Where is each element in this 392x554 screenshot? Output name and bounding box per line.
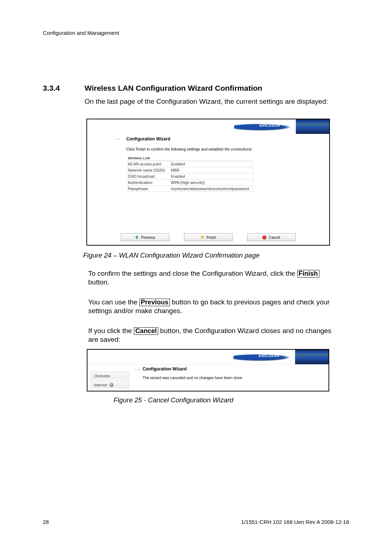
wizard-canceled-message: The wizard was canceled and no changes h… [143,376,243,380]
table-header: Wireless LAN [126,155,253,161]
figure-banner: ERICSSON [87,119,329,134]
table-row: Network name (SSID):MBR [126,167,253,173]
wizard-title: Configuration Wizard [126,136,170,141]
finish-button-label: Finish [207,235,216,239]
page-header: Configuration and Management [43,30,119,36]
paragraph-intro: On the last page of the Configuration Wi… [85,97,336,106]
banner-decor [296,119,329,134]
table-row: WLAN access point:Enabled [126,161,253,167]
text-run: You can use the [88,298,139,306]
figure-content: ···› Configuration Wizard Click Finish t… [87,134,329,245]
brand-text: ERICSSON [259,354,279,358]
figure-25-caption: Figure 25 - Cancel Configuration Wizard [114,396,233,404]
paragraph-finish: To confirm the settings and close the Co… [88,269,336,287]
figure-content: ···› Configuration Wizard The wizard was… [87,364,328,391]
table-row: Passphrase:myverysecretpasswordmyverysec… [126,186,253,192]
cancel-key: Cancel [134,327,158,335]
paragraph-cancel: If you click the Cancel button, the Conf… [88,327,336,344]
previous-button-label: Previous [141,235,155,239]
figure-24-wizard-confirmation: ERICSSON ···› Configuration Wizard Click… [86,119,330,246]
previous-button[interactable]: Previous [121,233,170,241]
wlan-settings-table: Wireless LAN WLAN access point:Enabled N… [126,155,253,192]
row-value: myverysecretpasswordmyverysecretpassword [170,186,253,192]
sidebar-tab-internet[interactable]: Internet [91,381,129,389]
breadcrumb-arrow-icon: ···› [114,137,121,141]
row-label: Passphrase: [126,186,170,192]
row-value: Enabled [170,161,253,167]
wizard-title: Configuration Wizard [143,366,187,372]
breadcrumb-arrow-icon: ···› [134,367,140,372]
table-row: Authentication:WPA (High security) [126,180,253,186]
row-value: Enabled [170,173,253,180]
figure-24-caption: Figure 24 – WLAN Configuration Wizard Co… [83,251,260,259]
page-number: 28 [43,519,49,525]
row-label: SSID broadcast: [126,173,170,180]
row-value: MBR [170,167,253,173]
figure-25-wizard-canceled: ERICSSON ···› Configuration Wizard The w… [87,349,329,391]
sidebar-tab-overview[interactable]: Overview [91,372,129,379]
previous-key: Previous [139,299,170,306]
finish-button[interactable]: Finish [184,233,233,241]
footer-doc-id: 1/1551-CRH 102 168 Uen Rev A 2008-12-16 [241,519,349,525]
tab-label: Overview [94,374,110,378]
row-value: WPA (High security) [170,180,253,186]
wizard-instruction: Click Finish to confirm the following se… [126,147,252,151]
row-label: Network name (SSID): [126,167,170,173]
row-label: WLAN access point: [126,161,170,167]
tab-label: Internet [94,383,107,387]
ericsson-logo: ERICSSON [233,350,295,363]
section-title: Wireless LAN Configuration Wizard Confir… [85,84,262,93]
finish-key: Finish [297,270,319,278]
globe-icon [109,383,114,387]
cancel-button-label: Cancel [269,235,280,239]
wizard-button-row: Previous Finish Cancel [87,233,329,243]
text-run: To confirm the settings and close the Co… [88,270,297,277]
text-run: button. [88,278,109,286]
brand-text: ERICSSON [260,123,280,127]
ericsson-logo: ERICSSON [234,120,296,132]
breadcrumb-arrow-col: ···› [87,134,123,245]
paragraph-previous: You can use the Previous button to go ba… [88,298,349,315]
finish-pencil-icon [200,235,204,239]
previous-arrow-icon [135,235,139,239]
figure-banner: ERICSSON [87,350,328,364]
text-run: If you click the [88,327,134,335]
cancel-button[interactable]: Cancel [247,233,296,241]
cancel-x-icon [262,235,266,239]
banner-decor [295,350,328,364]
row-label: Authentication: [126,180,170,186]
section-number: 3.3.4 [43,84,60,93]
table-row: SSID broadcast:Enabled [126,173,253,180]
